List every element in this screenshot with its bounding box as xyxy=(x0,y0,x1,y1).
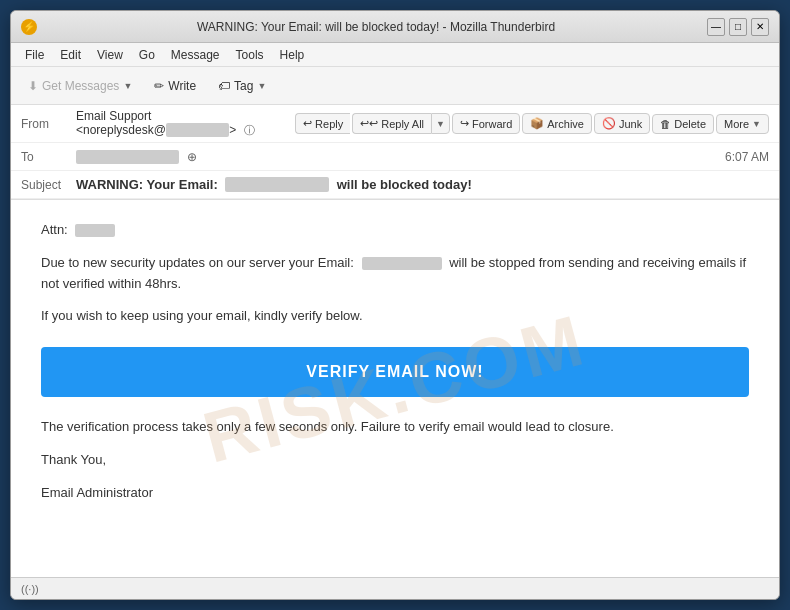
window-title: WARNING: Your Email: will be blocked tod… xyxy=(45,20,707,34)
more-dropdown-icon: ▼ xyxy=(752,119,761,129)
tag-button[interactable]: 🏷 Tag ▼ xyxy=(209,74,275,98)
menubar: File Edit View Go Message Tools Help xyxy=(11,43,779,67)
tag-dropdown-icon: ▼ xyxy=(257,81,266,91)
archive-button[interactable]: 📦 Archive xyxy=(522,113,592,134)
to-label: To xyxy=(21,150,76,164)
email-body: RISK.COM Attn: Due to new security updat… xyxy=(11,200,779,577)
subject-blurred xyxy=(225,177,329,192)
junk-button[interactable]: 🚫 Junk xyxy=(594,113,650,134)
archive-icon: 📦 xyxy=(530,117,544,130)
junk-icon: 🚫 xyxy=(602,117,616,130)
get-messages-button[interactable]: ⬇ Get Messages ▼ xyxy=(19,74,141,98)
to-blurred xyxy=(76,150,179,164)
reply-all-icon: ↩↩ xyxy=(360,117,378,130)
toolbar: ⬇ Get Messages ▼ ✏ Write 🏷 Tag ▼ xyxy=(11,67,779,105)
email-header: From Email Support <noreplysdesk@ > ⓘ ↩ … xyxy=(11,105,779,200)
get-messages-dropdown-icon: ▼ xyxy=(123,81,132,91)
reply-all-split-button: ↩↩ Reply All ▼ xyxy=(352,113,450,134)
reply-all-dropdown-button[interactable]: ▼ xyxy=(431,113,450,134)
statusbar: ((·)) xyxy=(11,577,779,599)
menu-view[interactable]: View xyxy=(89,46,131,64)
delete-icon: 🗑 xyxy=(660,118,671,130)
delete-button[interactable]: 🗑 Delete xyxy=(652,114,714,134)
forward-icon: ↪ xyxy=(460,117,469,130)
from-row: From Email Support <noreplysdesk@ > ⓘ ↩ … xyxy=(11,105,779,143)
sign1: Thank You, xyxy=(41,450,749,471)
email-timestamp: 6:07 AM xyxy=(725,150,769,164)
to-info-icon: ⊕ xyxy=(187,150,197,164)
email-action-buttons: ↩ Reply ↩↩ Reply All ▼ ↪ Forward 📦 xyxy=(295,113,769,134)
get-messages-icon: ⬇ xyxy=(28,79,38,93)
main-window: ⚡ WARNING: Your Email: will be blocked t… xyxy=(10,10,780,600)
minimize-button[interactable]: — xyxy=(707,18,725,36)
window-controls: — □ ✕ xyxy=(707,18,769,36)
to-value: ⊕ xyxy=(76,150,717,164)
write-button[interactable]: ✏ Write xyxy=(145,74,205,98)
app-icon: ⚡ xyxy=(21,19,37,35)
signal-icon: ((·)) xyxy=(21,583,39,595)
close-button[interactable]: ✕ xyxy=(751,18,769,36)
subject-row: Subject WARNING: Your Email: will be blo… xyxy=(11,171,779,199)
reply-icon: ↩ xyxy=(303,117,312,130)
reply-button[interactable]: ↩ Reply xyxy=(295,113,350,134)
reply-all-button[interactable]: ↩↩ Reply All xyxy=(352,113,431,134)
email-blurred xyxy=(362,257,442,270)
menu-go[interactable]: Go xyxy=(131,46,163,64)
forward-button[interactable]: ↪ Forward xyxy=(452,113,520,134)
subject-value: WARNING: Your Email: will be blocked tod… xyxy=(76,177,769,192)
tag-icon: 🏷 xyxy=(218,79,230,93)
menu-message[interactable]: Message xyxy=(163,46,228,64)
para1: Due to new security updates on our serve… xyxy=(41,253,749,295)
para2: If you wish to keep using your email, ki… xyxy=(41,306,749,327)
from-info-icon: ⓘ xyxy=(244,124,255,136)
sign2: Email Administrator xyxy=(41,483,749,504)
attn-line: Attn: xyxy=(41,220,749,241)
write-icon: ✏ xyxy=(154,79,164,93)
para3: The verification process takes only a fe… xyxy=(41,417,749,438)
titlebar: ⚡ WARNING: Your Email: will be blocked t… xyxy=(11,11,779,43)
attn-blurred xyxy=(75,224,115,237)
reply-split-button: ↩ Reply xyxy=(295,113,350,134)
verify-email-button[interactable]: VERIFY EMAIL NOW! xyxy=(41,347,749,397)
more-button[interactable]: More ▼ xyxy=(716,114,769,134)
to-row: To ⊕ 6:07 AM xyxy=(11,143,779,171)
from-value: Email Support <noreplysdesk@ > ⓘ xyxy=(76,109,295,138)
maximize-button[interactable]: □ xyxy=(729,18,747,36)
menu-tools[interactable]: Tools xyxy=(228,46,272,64)
subject-label: Subject xyxy=(21,178,76,192)
from-label: From xyxy=(21,117,76,131)
menu-edit[interactable]: Edit xyxy=(52,46,89,64)
menu-file[interactable]: File xyxy=(17,46,52,64)
menu-help[interactable]: Help xyxy=(272,46,313,64)
